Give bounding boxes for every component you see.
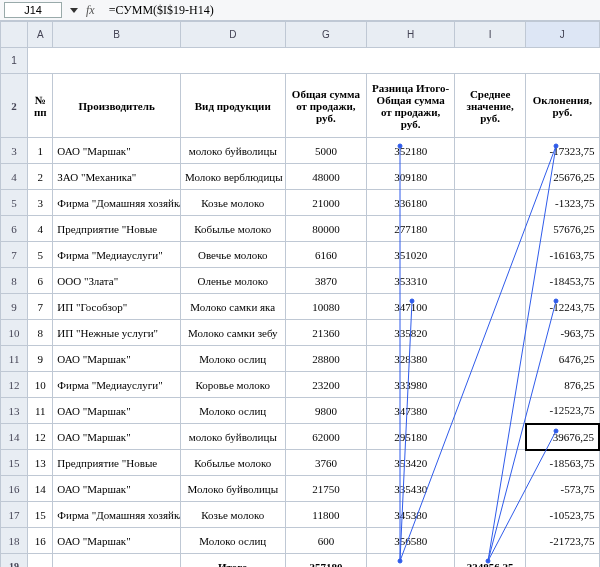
- cell-sum: 21750: [285, 476, 367, 502]
- rowhead-12[interactable]: 12: [1, 372, 28, 398]
- table-row[interactable]: 119ОАО "Маршак"Молоко ослиц2880032838064…: [1, 346, 600, 372]
- cell-dev: -18453,75: [526, 268, 599, 294]
- table-row[interactable]: 1816ОАО "Маршак"Молоко ослиц600356580-21…: [1, 528, 600, 554]
- cell-dev: -963,75: [526, 320, 599, 346]
- cell-dev: -573,75: [526, 476, 599, 502]
- cell-diff: 353420: [367, 450, 455, 476]
- grid-area: A B D G H I J 12№ ппПроизводительВид про…: [0, 21, 600, 567]
- cell-n: 10: [28, 372, 53, 398]
- table-row[interactable]: 1210Фирма "Медиауслуги"Коровье молоко232…: [1, 372, 600, 398]
- cell-prod: ОАО "Маршак": [53, 424, 181, 450]
- cell-dev: -16163,75: [526, 242, 599, 268]
- cell-prod: Фирма "Медиауслуги": [53, 242, 181, 268]
- cell: [53, 554, 181, 568]
- cell-sum: 21000: [285, 190, 367, 216]
- table-row[interactable]: 86ООО "Злата"Оленье молоко3870353310-184…: [1, 268, 600, 294]
- rowhead-8[interactable]: 8: [1, 268, 28, 294]
- rowhead-3[interactable]: 3: [1, 138, 28, 164]
- cell-sum: 28800: [285, 346, 367, 372]
- rowhead-13[interactable]: 13: [1, 398, 28, 424]
- cell-kind: Молоко буйволицы: [180, 476, 285, 502]
- rowhead-10[interactable]: 10: [1, 320, 28, 346]
- cell-n: 5: [28, 242, 53, 268]
- colhead-j[interactable]: J: [526, 22, 599, 48]
- rowhead-2[interactable]: 2: [1, 74, 28, 138]
- rowhead-14[interactable]: 14: [1, 424, 28, 450]
- cell: [28, 554, 53, 568]
- cell-dev: -21723,75: [526, 528, 599, 554]
- cell-dev: -10523,75: [526, 502, 599, 528]
- cell-kind: Молоко верблюдицы: [180, 164, 285, 190]
- cell-n: 1: [28, 138, 53, 164]
- cell-n: 15: [28, 502, 53, 528]
- rowhead-15[interactable]: 15: [1, 450, 28, 476]
- cell-dev: 6476,25: [526, 346, 599, 372]
- colhead-h[interactable]: H: [367, 22, 455, 48]
- cell-avg: [455, 528, 526, 554]
- table-row[interactable]: 31ОАО "Маршак"молоко буйволицы5000352180…: [1, 138, 600, 164]
- rowhead-18[interactable]: 18: [1, 528, 28, 554]
- colhead-a[interactable]: A: [28, 22, 53, 48]
- colhead-i[interactable]: I: [455, 22, 526, 48]
- rowhead-17[interactable]: 17: [1, 502, 28, 528]
- cell-kind: Молоко самки яка: [180, 294, 285, 320]
- cell-dev: -12243,75: [526, 294, 599, 320]
- cell-diff: 347100: [367, 294, 455, 320]
- rowhead-5[interactable]: 5: [1, 190, 28, 216]
- cell-sum: 48000: [285, 164, 367, 190]
- colhead-b[interactable]: B: [53, 22, 181, 48]
- cell-kind: Коровье молоко: [180, 372, 285, 398]
- cell-kind: Молоко ослиц: [180, 398, 285, 424]
- table-header: 2№ ппПроизводительВид продукцииОбщая сум…: [1, 74, 600, 138]
- spreadsheet[interactable]: A B D G H I J 12№ ппПроизводительВид про…: [0, 21, 600, 567]
- rowhead-4[interactable]: 4: [1, 164, 28, 190]
- rowhead-16[interactable]: 16: [1, 476, 28, 502]
- cell: [526, 554, 599, 568]
- cell-sum: 600: [285, 528, 367, 554]
- cell-prod: ОАО "Маршак": [53, 528, 181, 554]
- cell-sum: 21360: [285, 320, 367, 346]
- hdr-diff: Разница Итого-Общая сумма от продажи, ру…: [367, 74, 455, 138]
- table-row[interactable]: 42ЗАО "Механика"Молоко верблюдицы4800030…: [1, 164, 600, 190]
- cell-sum: 9800: [285, 398, 367, 424]
- colhead-g[interactable]: G: [285, 22, 367, 48]
- formula-input[interactable]: =СУММ($I$19-H14): [103, 3, 596, 18]
- name-box[interactable]: J14: [4, 2, 62, 18]
- corner[interactable]: [1, 22, 28, 48]
- colhead-d[interactable]: D: [180, 22, 285, 48]
- table-row[interactable]: 97ИП "Гособзор"Молоко самки яка100803471…: [1, 294, 600, 320]
- cell-n: 6: [28, 268, 53, 294]
- cell-kind: молоко буйволицы: [180, 138, 285, 164]
- table-row[interactable]: 1513Предприятие "НовыеКобылье молоко3760…: [1, 450, 600, 476]
- table-row[interactable]: 1311ОАО "Маршак"Молоко ослиц9800347380-1…: [1, 398, 600, 424]
- cell-dev: -1323,75: [526, 190, 599, 216]
- rowhead-11[interactable]: 11: [1, 346, 28, 372]
- cell-n: 8: [28, 320, 53, 346]
- cell-avg: [455, 294, 526, 320]
- table-row[interactable]: 108ИП "Нежные услуги"Молоко самки зебу21…: [1, 320, 600, 346]
- rowhead-9[interactable]: 9: [1, 294, 28, 320]
- cell-kind: Козье молоко: [180, 502, 285, 528]
- cell-prod: ИП "Нежные услуги": [53, 320, 181, 346]
- table-row[interactable]: 64Предприятие "НовыеКобылье молоко800002…: [1, 216, 600, 242]
- table-row[interactable]: 1715Фирма "Домашняя хозяйка"Козье молоко…: [1, 502, 600, 528]
- cell-prod: Фирма "Домашняя хозяйка": [53, 502, 181, 528]
- table-row[interactable]: 75Фирма "Медиауслуги"Овечье молоко616035…: [1, 242, 600, 268]
- cell-sum: 80000: [285, 216, 367, 242]
- rowhead-7[interactable]: 7: [1, 242, 28, 268]
- cell-kind: Молоко ослиц: [180, 528, 285, 554]
- rowhead-19[interactable]: 19: [1, 554, 28, 568]
- name-dropdown-icon[interactable]: [70, 8, 78, 13]
- hdr-sum: Общая сумма от продажи, руб.: [285, 74, 367, 138]
- table-row[interactable]: 53Фирма "Домашняя хозяйка"Козье молоко21…: [1, 190, 600, 216]
- cell-avg: [455, 424, 526, 450]
- cell-diff: 335430: [367, 476, 455, 502]
- totals-row: 19Итого357180334856,25: [1, 554, 600, 568]
- table-row[interactable]: 1614ОАО "Маршак"Молоко буйволицы21750335…: [1, 476, 600, 502]
- rowhead-6[interactable]: 6: [1, 216, 28, 242]
- cell-n: 16: [28, 528, 53, 554]
- table-row[interactable]: 1412ОАО "Маршак"молоко буйволицы62000295…: [1, 424, 600, 450]
- rowhead-1[interactable]: 1: [1, 48, 28, 74]
- fx-icon[interactable]: fx: [86, 3, 95, 18]
- cell-sum: 3760: [285, 450, 367, 476]
